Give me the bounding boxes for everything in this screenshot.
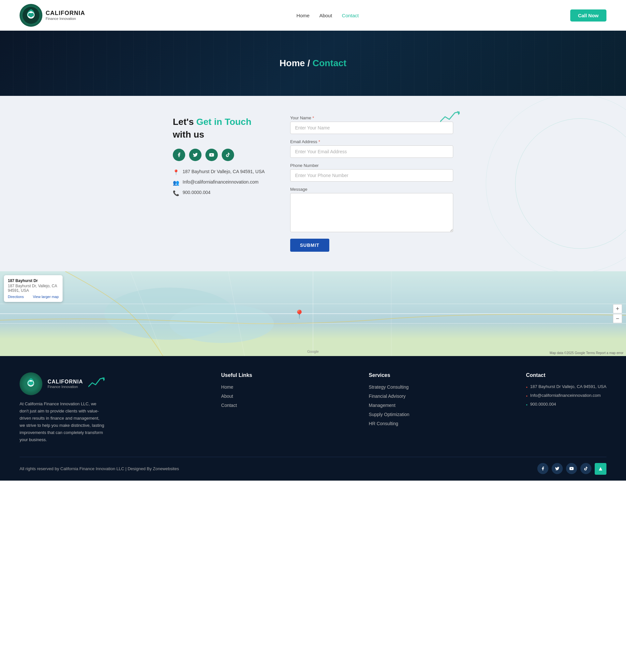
nav-contact[interactable]: Contact	[342, 13, 359, 18]
google-logo: Google	[307, 350, 318, 354]
zoom-in-button[interactable]: +	[613, 304, 622, 313]
address-bullet: ●	[526, 386, 528, 389]
message-group: Message	[290, 187, 453, 234]
trend-icon-large	[440, 109, 460, 127]
submit-button[interactable]: SUBMIT	[290, 239, 329, 252]
map-attribution: Map data ©2025 Google Terms Report a map…	[550, 351, 623, 355]
service-hr[interactable]: HR Consulting	[369, 421, 398, 426]
zoom-out-button[interactable]: −	[613, 314, 622, 323]
contact-heading: Let's Get in Touch with us	[173, 115, 271, 141]
message-label: Message	[290, 187, 453, 192]
list-item: Strategy Consulting	[369, 384, 410, 390]
footer-link-home[interactable]: Home	[221, 384, 233, 390]
map-marker: 📍	[294, 309, 305, 319]
email-input[interactable]	[290, 145, 453, 158]
contact-phone: 📞 900.0000.004	[173, 190, 271, 196]
map-card-actions: Directions View larger map	[8, 295, 59, 299]
email-label: Email Address *	[290, 139, 453, 144]
footer-contact-heading: Contact	[526, 373, 606, 378]
phone-label: Phone Number	[290, 163, 453, 168]
service-management[interactable]: Management	[369, 403, 395, 408]
footer-useful-links: Useful Links Home About Contact	[221, 373, 252, 411]
twitter-icon[interactable]	[189, 149, 201, 161]
footer-contact-col: Contact ● 187 Bayhurst Dr Vallejo, CA 94…	[526, 373, 606, 410]
breadcrumb-home: Home	[280, 58, 305, 68]
phone-bullet: ●	[526, 403, 528, 406]
contact-section: Let's Get in Touch with us 📍 187 Bayhurs…	[0, 96, 626, 271]
footer: CALIFORNIA Finance Innovation At Califor…	[0, 356, 626, 481]
deco-circle-2	[486, 94, 626, 273]
contact-form-container: Your Name * Email Address * Phone Number	[290, 115, 453, 252]
footer-inner: CALIFORNIA Finance Innovation At Califor…	[20, 373, 606, 457]
directions-link[interactable]: Directions	[8, 295, 24, 299]
contact-left: Let's Get in Touch with us 📍 187 Bayhurs…	[173, 115, 271, 196]
name-input[interactable]	[290, 122, 453, 134]
contact-form: Your Name * Email Address * Phone Number	[290, 115, 453, 252]
navbar: CALIFORNIA Finance Innovation Home About…	[0, 0, 626, 31]
tiktok-icon[interactable]	[222, 149, 234, 161]
footer-logo-area: CALIFORNIA Finance Innovation	[20, 373, 105, 395]
map-bg: 📍 187 Bayhurst Dr 187 Bayhurst Dr, Valle…	[0, 271, 626, 356]
email-bullet: ●	[526, 394, 528, 398]
footer-youtube-icon[interactable]	[566, 463, 577, 474]
name-group: Your Name *	[290, 115, 453, 134]
list-item: Financial Advisory	[369, 393, 410, 399]
footer-services: Services Strategy Consulting Financial A…	[369, 373, 410, 430]
youtube-icon[interactable]	[206, 149, 218, 161]
list-item: Contact	[221, 402, 252, 408]
hero-section: Home / Contact	[0, 31, 626, 96]
phone-group: Phone Number	[290, 163, 453, 182]
contact-info: 📍 187 Bayhurst Dr Vallejo, CA 94591, USA…	[173, 169, 271, 196]
useful-links-heading: Useful Links	[221, 373, 252, 378]
hero-breadcrumb: Home / Contact	[280, 58, 346, 69]
nav-home[interactable]: Home	[296, 13, 309, 18]
list-item: About	[221, 393, 252, 399]
footer-brand-text: CALIFORNIA Finance Innovation	[48, 379, 83, 389]
message-textarea[interactable]	[290, 193, 453, 232]
phone-icon: 📞	[173, 190, 179, 196]
contact-address: 📍 187 Bayhurst Dr Vallejo, CA 94591, USA	[173, 169, 271, 175]
call-now-button[interactable]: Call Now	[570, 9, 606, 22]
footer-logo-icon	[20, 373, 42, 395]
list-item: Supply Optimization	[369, 411, 410, 417]
list-item: HR Consulting	[369, 421, 410, 427]
logo-icon	[20, 4, 42, 27]
nav-links: Home About Contact	[296, 13, 359, 18]
map-section: 📍 187 Bayhurst Dr 187 Bayhurst Dr, Valle…	[0, 271, 626, 356]
footer-contact-phone: ● 900.0000.004	[526, 402, 606, 407]
larger-map-link[interactable]: View larger map	[33, 295, 59, 299]
copyright-text: All rights reserved by California Financ…	[20, 466, 179, 471]
service-supply[interactable]: Supply Optimization	[369, 412, 410, 417]
location-icon: 📍	[173, 169, 179, 175]
nav-about[interactable]: About	[319, 13, 332, 18]
contact-email: 👥 Info@californiafinanceinnovation.com	[173, 179, 271, 186]
email-icon: 👥	[173, 179, 179, 186]
service-financial[interactable]: Financial Advisory	[369, 393, 406, 399]
footer-link-about[interactable]: About	[221, 393, 233, 399]
email-group: Email Address *	[290, 139, 453, 158]
map-card-address: 187 Bayhurst Dr, Vallejo, CA 94591, USA	[8, 284, 59, 293]
footer-description: At California Finance Innovation LLC, we…	[20, 401, 105, 444]
service-strategy[interactable]: Strategy Consulting	[369, 384, 409, 390]
footer-contact-email: ● Info@californiafinanceinnovation.com	[526, 393, 606, 398]
services-heading: Services	[369, 373, 410, 378]
map-svg	[0, 271, 626, 356]
footer-facebook-icon[interactable]	[537, 463, 548, 474]
footer-brand: CALIFORNIA Finance Innovation At Califor…	[20, 373, 105, 444]
scroll-top-button[interactable]: ▲	[595, 463, 606, 475]
footer-trend-icon	[88, 377, 105, 391]
footer-tiktok-icon[interactable]	[580, 463, 592, 474]
footer-bottom: All rights reserved by California Financ…	[20, 457, 606, 481]
list-item: Home	[221, 384, 252, 390]
phone-input[interactable]	[290, 169, 453, 182]
footer-twitter-icon[interactable]	[552, 463, 563, 474]
social-icons	[173, 149, 271, 161]
name-label: Your Name *	[290, 115, 453, 120]
deco-circle-1	[515, 118, 626, 249]
facebook-icon[interactable]	[173, 149, 185, 161]
map-zoom-controls: + −	[613, 304, 622, 323]
useful-links-list: Home About Contact	[221, 384, 252, 408]
list-item: Management	[369, 402, 410, 408]
footer-link-contact[interactable]: Contact	[221, 403, 237, 408]
footer-contact-address: ● 187 Bayhurst Dr Vallejo, CA 94591, USA	[526, 384, 606, 389]
